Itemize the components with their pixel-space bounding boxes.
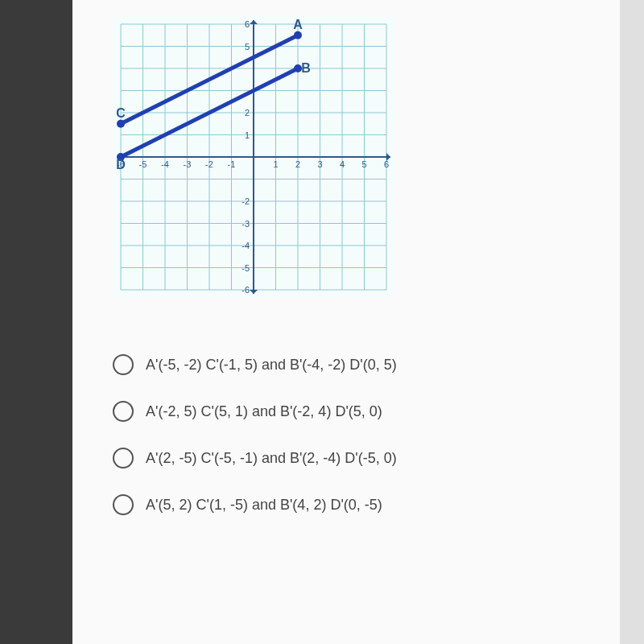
option-row-2[interactable]: A'(2, -5) C'(-5, -1) and B'(2, -4) D'(-5… xyxy=(113,448,620,469)
svg-text:-4: -4 xyxy=(242,241,250,250)
svg-text:-2: -2 xyxy=(242,196,250,206)
svg-text:6: 6 xyxy=(384,159,389,169)
svg-text:-6: -6 xyxy=(242,285,250,295)
svg-text:3: 3 xyxy=(317,159,322,169)
answer-options: A'(-5, -2) C'(-1, 5) and B'(-4, -2) D'(0… xyxy=(113,354,620,515)
svg-marker-30 xyxy=(250,20,258,24)
svg-text:-1: -1 xyxy=(228,159,236,169)
svg-text:-2: -2 xyxy=(205,159,213,169)
left-dark-bar xyxy=(0,0,72,644)
option-text: A'(2, -5) C'(-5, -1) and B'(2, -4) D'(-5… xyxy=(146,450,397,467)
option-row-0[interactable]: A'(-5, -2) C'(-1, 5) and B'(-4, -2) D'(0… xyxy=(113,354,620,375)
option-row-3[interactable]: A'(5, 2) C'(1, -5) and B'(4, 2) D'(0, -5… xyxy=(113,494,620,515)
svg-text:-3: -3 xyxy=(242,219,250,229)
svg-text:A: A xyxy=(293,18,303,31)
svg-text:B: B xyxy=(301,61,311,75)
svg-text:-4: -4 xyxy=(161,159,169,169)
content-area: -6-5-4-3-2-1123456-6-5-4-3-21256ABCD A'(… xyxy=(72,0,620,644)
radio-icon[interactable] xyxy=(113,494,134,515)
svg-text:-5: -5 xyxy=(242,263,250,273)
svg-text:-3: -3 xyxy=(184,159,192,169)
coordinate-chart: -6-5-4-3-2-1123456-6-5-4-3-21256ABCD xyxy=(113,16,394,298)
svg-text:6: 6 xyxy=(245,19,250,29)
svg-text:1: 1 xyxy=(245,130,250,140)
option-text: A'(-5, -2) C'(-1, 5) and B'(-4, -2) D'(0… xyxy=(146,357,397,374)
option-text: A'(-2, 5) C'(5, 1) and B'(-2, 4) D'(5, 0… xyxy=(146,403,382,420)
svg-text:2: 2 xyxy=(295,159,300,169)
svg-text:1: 1 xyxy=(273,159,278,169)
option-row-1[interactable]: A'(-2, 5) C'(5, 1) and B'(-2, 4) D'(5, 0… xyxy=(113,401,620,422)
svg-point-55 xyxy=(294,31,302,39)
svg-text:D: D xyxy=(116,158,126,171)
option-text: A'(5, 2) C'(1, -5) and B'(4, 2) D'(0, -5… xyxy=(146,497,382,514)
svg-text:2: 2 xyxy=(245,108,250,118)
svg-text:5: 5 xyxy=(361,159,366,169)
svg-text:-5: -5 xyxy=(139,159,147,169)
radio-icon[interactable] xyxy=(113,401,134,422)
radio-icon[interactable] xyxy=(113,448,134,469)
radio-icon[interactable] xyxy=(113,354,134,375)
svg-text:5: 5 xyxy=(245,42,250,52)
svg-text:C: C xyxy=(116,106,126,120)
svg-marker-31 xyxy=(250,290,258,294)
svg-text:4: 4 xyxy=(340,159,345,169)
svg-point-59 xyxy=(117,120,125,128)
